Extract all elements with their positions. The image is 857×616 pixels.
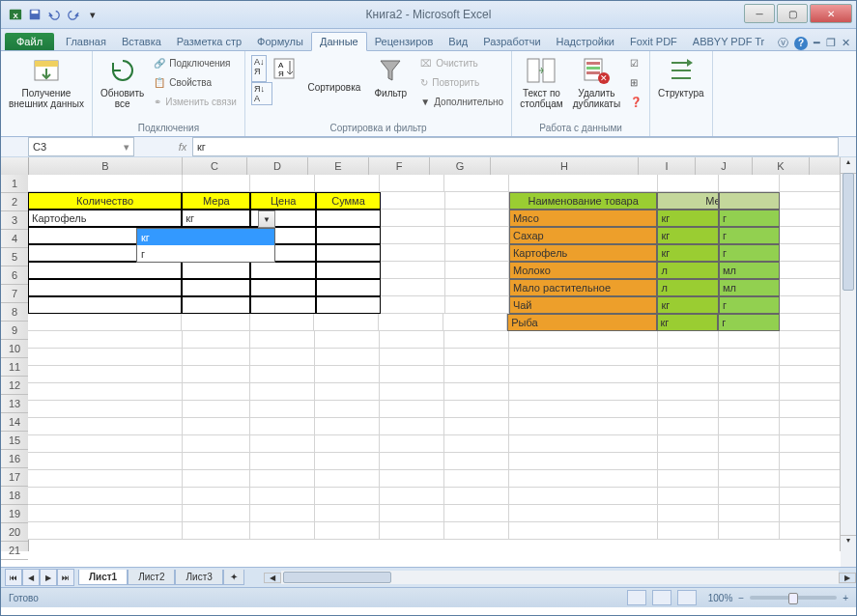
cell[interactable] — [183, 401, 251, 418]
cell[interactable] — [658, 488, 719, 505]
column-header[interactable]: D — [247, 157, 308, 175]
cell[interactable] — [719, 349, 780, 366]
cell[interactable]: Сумма — [316, 192, 381, 210]
cell[interactable] — [780, 435, 841, 453]
sort-desc-button[interactable]: Я↓А — [251, 82, 272, 105]
cell[interactable]: г — [719, 210, 781, 227]
cell[interactable] — [250, 349, 315, 366]
cell[interactable] — [28, 331, 183, 349]
cell[interactable] — [250, 522, 315, 540]
cell[interactable] — [250, 262, 315, 279]
cell[interactable] — [183, 522, 251, 540]
cell[interactable] — [444, 175, 509, 192]
cell[interactable] — [28, 522, 183, 540]
zoom-in-button[interactable]: + — [843, 593, 848, 603]
row-header[interactable]: 19 — [1, 505, 28, 523]
cell[interactable] — [719, 453, 780, 470]
cell[interactable] — [780, 296, 841, 314]
maximize-button[interactable]: ▢ — [777, 4, 808, 23]
cell[interactable]: Чай — [509, 296, 658, 314]
cell[interactable] — [380, 522, 444, 540]
cell[interactable] — [509, 453, 658, 470]
cell[interactable] — [28, 453, 183, 470]
get-external-data-button[interactable]: Получение внешних данных — [5, 53, 88, 111]
cell[interactable] — [183, 470, 251, 488]
cell[interactable]: кг — [657, 210, 719, 227]
help-icon[interactable]: ? — [794, 37, 808, 50]
cell[interactable]: г — [719, 227, 781, 244]
cell[interactable] — [28, 349, 183, 366]
cell[interactable] — [380, 401, 444, 418]
cell[interactable]: л — [657, 262, 719, 279]
cell[interactable] — [250, 296, 315, 314]
cell[interactable] — [658, 453, 719, 470]
outline-button[interactable]: Структура — [654, 53, 707, 100]
cell[interactable] — [445, 262, 509, 279]
row-header[interactable]: 15 — [1, 432, 28, 450]
tab-insert[interactable]: Вставка — [114, 33, 169, 50]
row-header[interactable]: 20 — [1, 523, 28, 542]
cell[interactable]: кг — [657, 296, 719, 314]
cell[interactable] — [780, 453, 841, 470]
cell[interactable]: кг — [182, 210, 250, 227]
cell[interactable] — [509, 418, 658, 435]
cell[interactable]: Картофель — [509, 244, 658, 262]
cell[interactable] — [250, 418, 315, 435]
cell[interactable] — [250, 435, 315, 453]
cell[interactable] — [28, 175, 183, 192]
cell[interactable] — [380, 366, 444, 383]
cell[interactable] — [444, 488, 509, 505]
cell[interactable] — [719, 488, 780, 505]
column-header[interactable]: F — [369, 157, 430, 175]
cell[interactable] — [314, 314, 379, 331]
row-header[interactable]: 5 — [1, 248, 28, 266]
cell[interactable] — [183, 349, 251, 366]
cell[interactable] — [658, 505, 719, 522]
cell[interactable] — [380, 175, 444, 192]
cell[interactable] — [509, 349, 658, 366]
cell[interactable] — [719, 331, 780, 349]
cell[interactable] — [380, 488, 444, 505]
cell[interactable] — [719, 383, 780, 401]
cell[interactable] — [28, 279, 182, 296]
cell[interactable] — [381, 210, 444, 227]
fx-icon[interactable]: fx — [173, 141, 192, 153]
cell[interactable] — [315, 522, 380, 540]
advanced-filter-button[interactable]: ▼Дополнительно — [416, 92, 507, 111]
cell[interactable]: Картофель — [28, 210, 182, 227]
tab-developer[interactable]: Разработчи — [475, 33, 548, 50]
cell[interactable] — [509, 366, 658, 383]
cell[interactable] — [315, 470, 380, 488]
cell[interactable] — [315, 505, 380, 522]
cell[interactable]: Мера — [182, 192, 250, 210]
cell[interactable]: л — [657, 279, 719, 296]
mdi-close-icon[interactable]: ✕ — [842, 37, 850, 49]
cell[interactable] — [780, 262, 841, 279]
cell[interactable] — [250, 505, 315, 522]
row-header[interactable]: 1 — [1, 175, 28, 193]
cell[interactable] — [719, 401, 780, 418]
consolidate-button[interactable]: ⊞ — [626, 72, 645, 92]
cell[interactable] — [250, 366, 315, 383]
cell[interactable] — [28, 366, 183, 383]
cell[interactable] — [182, 262, 250, 279]
cell[interactable] — [380, 383, 444, 401]
cell[interactable]: кг — [657, 244, 719, 262]
cell[interactable] — [719, 418, 780, 435]
cell[interactable] — [444, 401, 509, 418]
refresh-all-button[interactable]: Обновить все — [97, 53, 148, 111]
cell[interactable] — [182, 296, 250, 314]
cell[interactable] — [780, 175, 841, 192]
cell[interactable] — [444, 470, 509, 488]
cell[interactable]: Мясо — [509, 210, 658, 227]
formula-input[interactable]: кг — [192, 137, 839, 156]
tab-pagelayout[interactable]: Разметка стр — [169, 33, 249, 50]
cell[interactable] — [445, 227, 509, 244]
cell[interactable] — [444, 366, 509, 383]
row-header[interactable]: 7 — [1, 285, 28, 303]
cell[interactable] — [250, 331, 315, 349]
zoom-out-button[interactable]: − — [738, 593, 744, 603]
cell[interactable] — [509, 505, 658, 522]
horizontal-scrollbar[interactable] — [281, 571, 839, 584]
redo-icon[interactable] — [65, 6, 82, 23]
